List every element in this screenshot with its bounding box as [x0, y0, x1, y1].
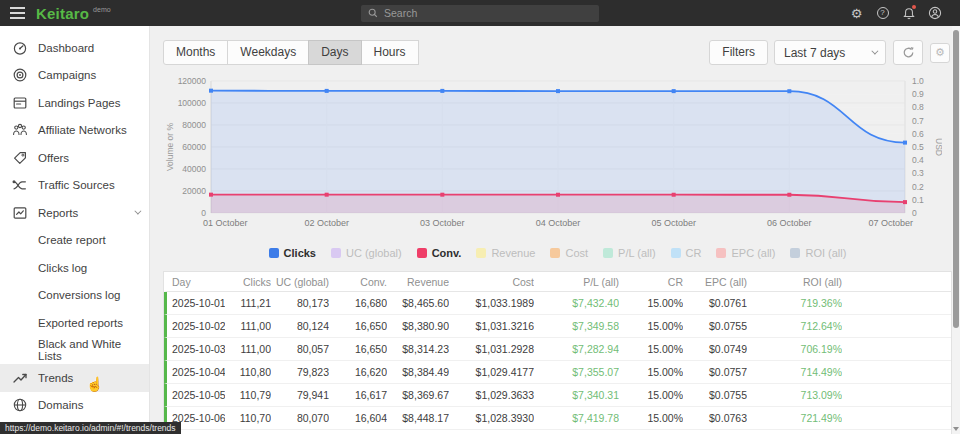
period-tab[interactable]: Hours — [361, 40, 419, 65]
column-header[interactable]: UC (global) — [271, 272, 329, 291]
sidebar-item-label: Domains — [38, 399, 83, 411]
svg-text:0.4: 0.4 — [912, 155, 924, 165]
chart-legend: Clicks UC (global) Conv. Revenue Cost — [163, 245, 952, 261]
table-cell: 15.00% — [619, 430, 683, 434]
status-url: https://demo.keitaro.io/admin/#!/trends/… — [5, 423, 176, 433]
legend-item[interactable]: P/L (all) — [603, 247, 656, 259]
table-cell: 80,173 — [271, 292, 329, 314]
trends-table: DayClicksUC (global)Conv.RevenueCostP/L … — [163, 271, 952, 434]
notifications-bell-icon[interactable] — [901, 6, 916, 21]
trends-chart: 00.10.20.30.40.50.60.70.80.91.0020000400… — [163, 71, 952, 241]
table-cell: 15.00% — [619, 361, 683, 383]
table-cell: $8,384.49 — [387, 361, 449, 383]
search-placeholder: Search — [384, 7, 417, 19]
table-cell: $0.0755 — [683, 384, 747, 406]
table-cell: 111,00 — [225, 338, 271, 360]
legend-item[interactable]: Clicks — [269, 247, 316, 259]
settings-gear-icon[interactable]: ⚙ — [849, 6, 864, 21]
sidebar-item-label: Reports — [38, 207, 78, 219]
period-tab[interactable]: Months — [163, 40, 228, 65]
sidebar-item-label: Trends — [38, 372, 73, 384]
table-row[interactable]: 2025-10-03111,0080,05716,650$8,314.23$1,… — [164, 338, 951, 361]
column-header[interactable]: Cost — [449, 272, 534, 291]
legend-label: Conv. — [432, 247, 462, 259]
table-cell: 16,617 — [329, 384, 387, 406]
svg-text:0.7: 0.7 — [912, 116, 924, 126]
scrollbar-down-arrow[interactable] — [953, 427, 959, 431]
table-row[interactable]: 2025-10-01111,2180,17316,680$8,465.60$1,… — [164, 292, 951, 315]
scrollbar-thumb[interactable] — [953, 30, 959, 328]
column-header[interactable]: EPC (all) — [683, 272, 747, 291]
svg-text:0.1: 0.1 — [912, 195, 924, 205]
table-row[interactable]: 2025-10-0764,4146,4559,663$4,898.50$612.… — [164, 430, 951, 434]
column-header[interactable]: Clicks — [225, 272, 271, 291]
svg-text:01 October: 01 October — [203, 218, 248, 228]
table-cell: 80,124 — [271, 315, 329, 337]
period-tab[interactable]: Weekdays — [227, 40, 309, 65]
refresh-button[interactable] — [893, 40, 923, 65]
svg-text:0.3: 0.3 — [912, 168, 924, 178]
table-cell: 714.49% — [747, 361, 842, 383]
column-header[interactable]: ROI (all) — [747, 272, 842, 291]
period-tab[interactable]: Days — [308, 40, 361, 65]
legend-item[interactable]: UC (global) — [331, 247, 402, 259]
sidebar-item[interactable]: Offers — [0, 144, 149, 172]
sidebar-item[interactable]: Create report — [0, 227, 149, 255]
sidebar-item[interactable]: Clicks log — [0, 254, 149, 282]
sidebar-item-icon — [12, 177, 28, 193]
table-row[interactable]: 2025-10-06110,7080,07016,604$8,448.17$1,… — [164, 407, 951, 430]
table-cell: $0.0761 — [683, 430, 747, 434]
legend-item[interactable]: EPC (all) — [716, 247, 775, 259]
table-cell: 15.00% — [619, 315, 683, 337]
sidebar-item[interactable]: Landings Pages — [0, 89, 149, 117]
vertical-scrollbar[interactable] — [952, 26, 960, 434]
svg-text:0.2: 0.2 — [912, 182, 924, 192]
table-cell: $7,432.40 — [534, 292, 619, 314]
sidebar-item[interactable]: Conversions log — [0, 282, 149, 310]
svg-text:0.5: 0.5 — [912, 142, 924, 152]
legend-item[interactable]: ROI (all) — [790, 247, 846, 259]
legend-item[interactable]: Revenue — [476, 247, 535, 259]
legend-item[interactable]: Cost — [550, 247, 588, 259]
sidebar-item[interactable]: Affiliate Networks — [0, 117, 149, 145]
table-row[interactable]: 2025-10-02111,0080,12416,650$8,380.90$1,… — [164, 315, 951, 338]
sidebar-item[interactable]: Domains — [0, 392, 149, 420]
legend-label: Cost — [565, 247, 588, 259]
account-icon[interactable] — [927, 6, 942, 21]
legend-item[interactable]: Conv. — [417, 247, 462, 259]
legend-swatch — [790, 248, 800, 258]
table-cell: 15.00% — [619, 384, 683, 406]
column-header[interactable]: CR — [619, 272, 683, 291]
table-cell: 2025-10-05 — [167, 384, 225, 406]
filters-button[interactable]: Filters — [709, 40, 768, 65]
sidebar-item[interactable]: Traffic Sources — [0, 172, 149, 200]
search-input[interactable]: Search — [361, 5, 599, 22]
sidebar-item[interactable]: Dashboard — [0, 34, 149, 62]
table-row[interactable]: 2025-10-04110,8079,82316,620$8,384.49$1,… — [164, 361, 951, 384]
hamburger-menu-icon[interactable] — [0, 0, 34, 26]
help-icon[interactable]: ? — [875, 6, 890, 21]
svg-text:0.6: 0.6 — [912, 129, 924, 139]
sidebar-item[interactable]: Exported reports — [0, 309, 149, 337]
date-range-select[interactable]: Last 7 days — [774, 40, 886, 65]
sidebar-item[interactable]: Campaigns — [0, 62, 149, 90]
sidebar-item[interactable]: Trends — [0, 364, 149, 392]
table-cell: 16,650 — [329, 315, 387, 337]
column-header[interactable]: Day — [167, 272, 225, 291]
sidebar-item[interactable]: Reports — [0, 199, 149, 227]
table-cell: $8,369.67 — [387, 384, 449, 406]
table-cell: $8,314.23 — [387, 338, 449, 360]
mouse-cursor-icon: ☝ — [86, 376, 103, 392]
sidebar-item-label: Conversions log — [38, 289, 120, 301]
sidebar-item-label: Traffic Sources — [38, 179, 115, 191]
column-header[interactable]: Conv. — [329, 272, 387, 291]
sidebar-item[interactable]: Black and White Lists — [0, 337, 149, 365]
column-header[interactable]: P/L (all) — [534, 272, 619, 291]
table-cell: $1,029.3633 — [449, 384, 534, 406]
table-cell: $0.0749 — [683, 338, 747, 360]
svg-text:0.8: 0.8 — [912, 102, 924, 112]
legend-item[interactable]: CR — [671, 247, 702, 259]
table-row[interactable]: 2025-10-05110,7979,94116,617$8,369.67$1,… — [164, 384, 951, 407]
report-settings-button[interactable]: ⚙ — [930, 43, 950, 63]
column-header[interactable]: Revenue — [387, 272, 449, 291]
